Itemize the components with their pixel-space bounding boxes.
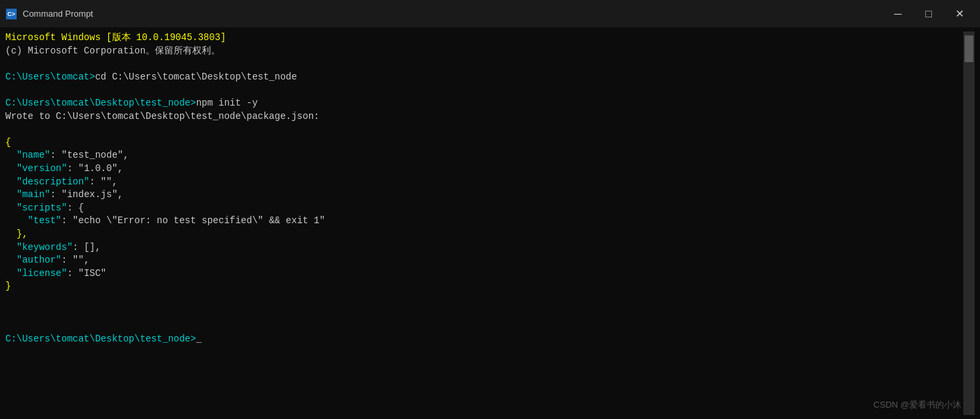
window-controls: ─ □ ✕ bbox=[883, 0, 975, 27]
line-json-license: "license": "ISC" bbox=[5, 267, 963, 281]
json-colon-8: : bbox=[61, 255, 73, 265]
titlebar-left: C> Command Prompt bbox=[5, 8, 93, 20]
json-key-8: "author" bbox=[5, 255, 61, 265]
json-val-3: "", bbox=[101, 176, 117, 187]
json-key-1: "name" bbox=[5, 150, 50, 160]
line-json-desc: "description": "", bbox=[5, 176, 963, 189]
json-colon-6: : bbox=[61, 215, 73, 226]
line-final-prompt: C:\Users\tomcat\Desktop\test_node>_ bbox=[5, 333, 963, 346]
terminal-body[interactable]: Microsoft Windows [版本 10.0.19045.3803] (… bbox=[0, 27, 980, 419]
line-json-author: "author": "", bbox=[5, 254, 963, 267]
line-5 bbox=[5, 84, 963, 97]
prompt-1: C:\Users\tomcat> bbox=[5, 72, 95, 82]
terminal-content: Microsoft Windows [版本 10.0.19045.3803] (… bbox=[5, 31, 963, 415]
json-colon-5: : { bbox=[67, 202, 83, 213]
json-val-2: "1.0.0", bbox=[78, 163, 123, 174]
prompt-2: C:\Users\tomcat\Desktop\test_node> bbox=[5, 98, 196, 108]
line-json-close: } bbox=[5, 280, 963, 293]
cmd-icon: C> bbox=[5, 8, 17, 20]
json-val-8: "", bbox=[73, 255, 89, 265]
close-button[interactable]: ✕ bbox=[944, 0, 975, 27]
json-val-1: "test_node", bbox=[61, 150, 129, 160]
json-colon-9: : bbox=[67, 268, 78, 279]
cmd-icon-box: C> bbox=[6, 9, 17, 19]
line-3 bbox=[5, 57, 963, 71]
line-blank-1 bbox=[5, 293, 963, 307]
line-2: (c) Microsoft Corporation。保留所有权利。 bbox=[5, 45, 963, 58]
window-title: Command Prompt bbox=[23, 9, 93, 19]
json-colon-2: : bbox=[67, 163, 78, 174]
json-colon-7: : bbox=[73, 242, 84, 253]
json-colon-1: : bbox=[50, 150, 61, 160]
json-key-7: "keywords" bbox=[5, 242, 73, 253]
cursor: _ bbox=[196, 333, 202, 344]
line-4: C:\Users\tomcat>cd C:\Users\tomcat\Deskt… bbox=[5, 71, 963, 84]
json-colon-4: : bbox=[50, 189, 61, 200]
scrollbar[interactable] bbox=[963, 31, 975, 415]
line-json-main: "main": "index.js", bbox=[5, 188, 963, 202]
line-blank-2 bbox=[5, 306, 963, 319]
line-json-scripts: "scripts": { bbox=[5, 202, 963, 215]
json-key-2: "version" bbox=[5, 163, 67, 174]
json-key-6: "test" bbox=[5, 215, 61, 226]
json-key-5: "scripts" bbox=[5, 202, 67, 213]
json-key-3: "description" bbox=[5, 176, 89, 187]
json-val-4: "index.js", bbox=[61, 189, 123, 200]
cmd-1: cd C:\Users\tomcat\Desktop\test_node bbox=[95, 72, 296, 82]
json-val-7: [], bbox=[84, 242, 101, 253]
json-key-9: "license" bbox=[5, 268, 67, 279]
line-json-keywords: "keywords": [], bbox=[5, 241, 963, 255]
json-colon-3: : bbox=[89, 176, 101, 187]
line-json-name: "name": "test_node", bbox=[5, 149, 963, 162]
line-blank-3 bbox=[5, 319, 963, 333]
line-8 bbox=[5, 123, 963, 136]
watermark: CSDN @爱看书的小沐 bbox=[873, 399, 961, 411]
line-6: C:\Users\tomcat\Desktop\test_node>npm in… bbox=[5, 97, 963, 110]
json-key-4: "main" bbox=[5, 189, 50, 200]
line-json-scripts-close: }, bbox=[5, 228, 963, 241]
maximize-button[interactable]: □ bbox=[913, 0, 944, 27]
json-val-6: "echo \"Error: no test specified\" && ex… bbox=[73, 215, 325, 226]
line-json-version: "version": "1.0.0", bbox=[5, 162, 963, 176]
cmd-icon-label: C> bbox=[7, 11, 15, 17]
minimize-button[interactable]: ─ bbox=[883, 0, 913, 27]
line-1: Microsoft Windows [版本 10.0.19045.3803] bbox=[5, 31, 963, 45]
prompt-final: C:\Users\tomcat\Desktop\test_node> bbox=[5, 333, 196, 344]
line-json-test: "test": "echo \"Error: no test specified… bbox=[5, 215, 963, 228]
line-json-open: { bbox=[5, 136, 963, 150]
scrollbar-thumb[interactable] bbox=[965, 35, 973, 62]
cmd-2: npm init -y bbox=[196, 98, 258, 108]
command-prompt-window: C> Command Prompt ─ □ ✕ Microsoft Window… bbox=[0, 0, 980, 419]
line-7: Wrote to C:\Users\tomcat\Desktop\test_no… bbox=[5, 110, 963, 124]
json-val-9: "ISC" bbox=[78, 268, 106, 279]
titlebar: C> Command Prompt ─ □ ✕ bbox=[0, 0, 980, 27]
